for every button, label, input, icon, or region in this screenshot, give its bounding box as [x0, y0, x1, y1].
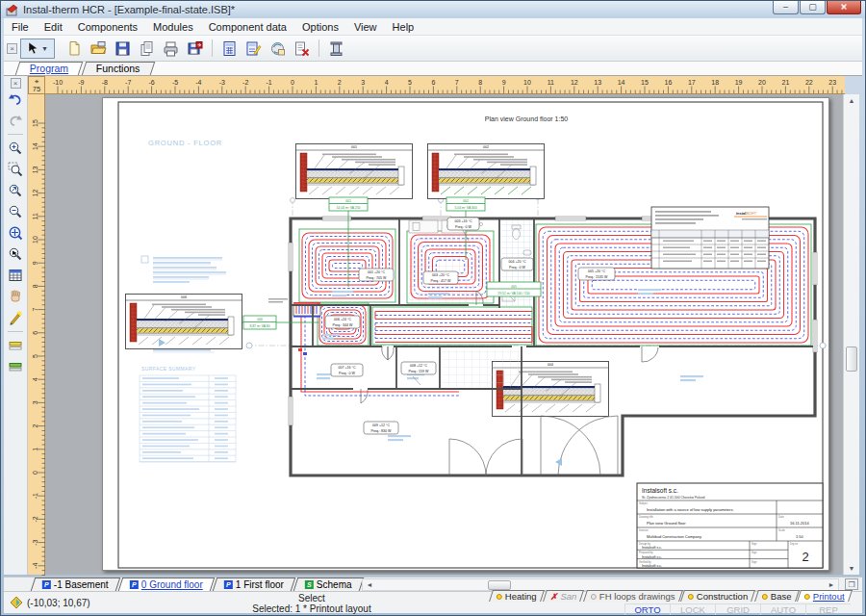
- zoom-level-box[interactable]: ⌖ 75: [28, 76, 45, 94]
- menu-component-data[interactable]: Component data: [201, 19, 294, 35]
- svg-text:Verified by: Verified by: [639, 560, 651, 564]
- room-label-008[interactable]: 008 +12 °C Preq.: 159 W: [401, 362, 436, 385]
- menu-modules[interactable]: Modules: [145, 19, 201, 35]
- heating-coil-room-001[interactable]: [302, 233, 393, 298]
- floor-detail-006[interactable]: 006: [126, 295, 242, 349]
- room-label-007[interactable]: 007 +16 °C Preq.: 0 W: [331, 364, 363, 376]
- floor-detail-002[interactable]: 002: [428, 144, 545, 199]
- zone-label-005[interactable]: 005 29,52 m² VA 100 / 150: [487, 282, 541, 296]
- horizontal-scroll-thumb[interactable]: [488, 580, 511, 590]
- zoom-dynamic-button[interactable]: [6, 181, 25, 200]
- menu-edit[interactable]: Edit: [37, 19, 70, 35]
- select-tool-dropdown[interactable]: ▼: [41, 45, 48, 52]
- sheet-tab-schema[interactable]: SSchema: [293, 578, 363, 591]
- layer-tab-san[interactable]: ✗San: [543, 590, 584, 602]
- layer-tab-fh-loops[interactable]: FH loops drawings: [583, 590, 683, 602]
- toggle-grid[interactable]: GRID: [715, 603, 760, 615]
- sheet-tab-ground-floor[interactable]: P0 Ground floor: [117, 578, 214, 591]
- tab-program[interactable]: Program: [15, 62, 84, 75]
- drawing-canvas[interactable]: Plan view Ground floor 1:50 GROUND - FLO…: [45, 94, 845, 575]
- svg-text:11: 11: [32, 213, 38, 219]
- column-module-button[interactable]: [325, 38, 347, 59]
- sheet-tab-basement[interactable]: P-1 Basement: [31, 578, 120, 591]
- guide-vertical-icon: [8, 359, 23, 374]
- undo-button[interactable]: [6, 90, 25, 109]
- zone-label-006[interactable]: 006 8,87 m² VA 80: [242, 316, 318, 329]
- menu-options[interactable]: Options: [294, 19, 346, 35]
- room-label-004[interactable]: 004 +20 °C Preq.: 0 W: [501, 258, 533, 270]
- manifold-table[interactable]: instalSOFT: [651, 207, 769, 269]
- redo-button[interactable]: [6, 111, 25, 130]
- printout-page[interactable]: Plan view Ground floor 1:50 GROUND - FLO…: [102, 97, 829, 571]
- svg-text:-4: -4: [195, 79, 201, 86]
- toggle-auto[interactable]: AUTO: [760, 603, 805, 615]
- draw-pen-button[interactable]: [6, 308, 25, 327]
- scroll-right-arrow[interactable]: ►: [826, 580, 837, 590]
- pane-restore-button[interactable]: ❒: [845, 578, 858, 590]
- scroll-up-arrow[interactable]: ▲: [845, 94, 858, 107]
- select-tool-button[interactable]: ▼: [20, 38, 55, 59]
- maximize-button[interactable]: ▢: [800, 1, 826, 14]
- new-file-button[interactable]: [64, 38, 86, 59]
- zoom-selection-button[interactable]: [6, 244, 25, 264]
- selection-handle-bottom[interactable]: [555, 458, 562, 466]
- app-window: Instal-therm HCR - [Example-final-state.…: [0, 0, 866, 616]
- save-project-icon: [187, 40, 203, 57]
- copy-button[interactable]: [136, 38, 158, 59]
- menu-help[interactable]: Help: [385, 19, 422, 35]
- svg-text:19: 19: [735, 79, 743, 86]
- left-toolbar-dock-grip[interactable]: ×: [11, 78, 21, 89]
- floor-detail-001[interactable]: 001: [296, 144, 413, 199]
- menu-components[interactable]: Components: [70, 19, 145, 35]
- room-label-003[interactable]: 003 +20 °C Preq.: 417 W: [423, 271, 458, 284]
- sheet-tab-first-floor[interactable]: P1 First floor: [212, 578, 295, 591]
- corridor-snake-coil[interactable]: [375, 312, 532, 343]
- hall-tiles: [442, 348, 521, 387]
- toolbar-dock-grip[interactable]: ×: [7, 43, 17, 54]
- room-label-001[interactable]: 001 +20 °C Preq.: 705 W: [359, 269, 394, 281]
- tab-functions[interactable]: Functions: [82, 62, 155, 75]
- layer-tab-printout[interactable]: Printout: [797, 590, 853, 602]
- vertical-scrollbar[interactable]: ▲ ▼: [843, 94, 859, 575]
- toggle-rep[interactable]: REP: [805, 603, 851, 615]
- pan-button[interactable]: [6, 287, 25, 306]
- menu-view[interactable]: View: [346, 19, 385, 35]
- layer-tab-base[interactable]: Base: [754, 590, 800, 602]
- table-view-button[interactable]: [6, 266, 25, 285]
- svg-text:0: 0: [291, 79, 294, 86]
- minimize-button[interactable]: –: [773, 1, 799, 14]
- menu-file[interactable]: File: [4, 19, 37, 35]
- guide-horizontal-button[interactable]: [6, 336, 25, 355]
- zoom-in-button[interactable]: [6, 139, 25, 158]
- scroll-down-arrow[interactable]: ▼: [845, 562, 858, 575]
- room-label-009[interactable]: 009 +12 °C Preq.: 830 W: [364, 422, 398, 434]
- save-file-button[interactable]: [112, 38, 134, 59]
- zoom-out-button[interactable]: [6, 202, 25, 221]
- calculations-button[interactable]: [218, 38, 241, 59]
- page-chip-icon: P: [223, 580, 232, 589]
- vertical-scroll-thumb[interactable]: [846, 346, 857, 372]
- close-button[interactable]: ✕: [827, 1, 861, 14]
- save-project-red-button[interactable]: [184, 38, 206, 59]
- open-file-button[interactable]: [88, 38, 110, 59]
- zoom-extents-button[interactable]: [6, 223, 25, 243]
- toggle-lock[interactable]: LOCK: [670, 603, 715, 615]
- room-label-005[interactable]: 005 +20 °C Preq.: 1535 W: [578, 268, 615, 280]
- supply-pipes[interactable]: [298, 316, 459, 396]
- calculation-options-button[interactable]: [242, 38, 265, 59]
- scroll-left-arrow[interactable]: ◄: [364, 580, 375, 590]
- delete-results-button[interactable]: [291, 38, 313, 59]
- copy-icon: [139, 40, 155, 57]
- title-block[interactable]: Instalsoft s.c. St. Zjednoczenia 2 41-50…: [637, 483, 823, 568]
- print-button[interactable]: [160, 38, 182, 59]
- svg-text:Sign: Sign: [751, 542, 757, 546]
- redo-icon: [8, 113, 23, 128]
- layer-tab-heating[interactable]: Heating: [489, 590, 545, 602]
- layer-tab-construction[interactable]: Construction: [680, 590, 755, 602]
- data-exchange-button[interactable]: [267, 38, 289, 59]
- guide-vertical-button[interactable]: [6, 357, 25, 376]
- room-label-006[interactable]: 006 +24 °C Preq.: 344 W: [325, 316, 360, 328]
- toggle-orto[interactable]: ORTO: [624, 603, 670, 615]
- zoom-window-button[interactable]: [6, 160, 25, 179]
- svg-text:10: 10: [523, 79, 531, 86]
